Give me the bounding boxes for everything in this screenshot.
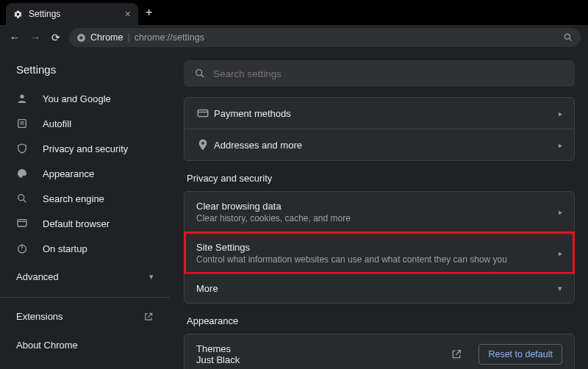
- url-path: chrome://settings: [135, 32, 204, 43]
- row-label: Payment methods: [214, 108, 559, 119]
- row-site-settings[interactable]: Site Settings Control what information w…: [184, 232, 574, 273]
- row-payment-methods[interactable]: Payment methods ▸: [184, 98, 574, 129]
- svg-line-3: [569, 38, 571, 40]
- svg-line-15: [201, 75, 204, 78]
- row-addresses[interactable]: Addresses and more ▸: [184, 129, 574, 160]
- svg-line-9: [24, 200, 26, 203]
- chevron-right-icon: ▸: [559, 110, 562, 118]
- card-icon: [196, 107, 214, 120]
- location-icon: [196, 138, 214, 151]
- open-external-icon[interactable]: [451, 348, 462, 360]
- sidebar-extensions[interactable]: Extensions: [0, 302, 170, 331]
- row-title: More: [196, 283, 558, 294]
- privacy-card: Clear browsing data Clear history, cooki…: [184, 191, 575, 304]
- browser-tab[interactable]: Settings ×: [6, 3, 138, 25]
- sidebar-item-privacy[interactable]: Privacy and security: [0, 136, 170, 161]
- sidebar-item-label: Privacy and security: [43, 143, 128, 154]
- shield-icon: [16, 143, 29, 154]
- person-icon: [16, 93, 29, 104]
- autofill-card: Payment methods ▸ Addresses and more ▸: [184, 97, 575, 161]
- gear-icon: [13, 10, 23, 19]
- divider: [0, 297, 170, 298]
- back-button[interactable]: ←: [7, 32, 22, 43]
- chevron-down-icon: ▾: [558, 284, 562, 293]
- sidebar-item-appearance[interactable]: Appearance: [0, 161, 170, 186]
- sidebar-item-label: Appearance: [43, 168, 94, 179]
- svg-rect-10: [18, 220, 26, 226]
- browser-icon: [16, 218, 29, 229]
- extensions-label: Extensions: [16, 311, 63, 322]
- svg-rect-16: [198, 110, 208, 117]
- page-title: Settings: [0, 60, 170, 86]
- palette-icon: [16, 168, 29, 179]
- sidebar-about[interactable]: About Chrome: [0, 331, 170, 359]
- settings-page: Settings You and Google Autofill Privacy…: [0, 50, 588, 369]
- sidebar-item-label: You and Google: [43, 93, 111, 104]
- advanced-label: Advanced: [16, 271, 59, 282]
- chevron-right-icon: ▸: [559, 208, 562, 216]
- tab-title: Settings: [29, 9, 60, 19]
- settings-search[interactable]: [184, 60, 575, 87]
- sidebar-item-search-engine[interactable]: Search engine: [0, 186, 170, 211]
- sidebar-item-label: Autofill: [43, 118, 71, 129]
- power-icon: [16, 243, 29, 254]
- sidebar-item-label: Default browser: [43, 218, 110, 229]
- sidebar-item-label: Search engine: [43, 193, 104, 204]
- main-content: Payment methods ▸ Addresses and more ▸ P…: [171, 50, 588, 369]
- address-bar[interactable]: Chrome | chrome://settings: [69, 28, 581, 47]
- row-more[interactable]: More ▾: [184, 273, 574, 303]
- toolbar: ← → ⟳ Chrome | chrome://settings: [0, 25, 588, 50]
- svg-point-1: [79, 36, 82, 39]
- chevron-down-icon: ▾: [149, 272, 154, 282]
- svg-point-2: [564, 34, 570, 39]
- url-scheme: Chrome: [90, 32, 123, 43]
- section-heading-privacy: Privacy and security: [187, 173, 572, 184]
- sidebar-item-default-browser[interactable]: Default browser: [0, 211, 170, 236]
- open-external-icon: [143, 312, 154, 322]
- svg-point-4: [20, 95, 24, 98]
- new-tab-button[interactable]: +: [138, 0, 159, 25]
- tab-strip: Settings × +: [0, 0, 588, 25]
- reload-button[interactable]: ⟳: [49, 32, 63, 43]
- row-title: Clear browsing data: [196, 201, 559, 212]
- sidebar: Settings You and Google Autofill Privacy…: [0, 50, 171, 369]
- section-heading-appearance: Appearance: [187, 315, 572, 326]
- chevron-right-icon: ▸: [559, 249, 562, 257]
- row-label: Addresses and more: [214, 140, 559, 151]
- row-desc: Control what information websites can us…: [196, 254, 559, 265]
- svg-point-14: [196, 70, 202, 76]
- sidebar-item-autofill[interactable]: Autofill: [0, 111, 170, 136]
- close-icon[interactable]: ×: [125, 8, 131, 20]
- search-icon: [16, 193, 29, 204]
- about-label: About Chrome: [16, 340, 78, 351]
- autofill-icon: [16, 118, 29, 129]
- row-title: Themes: [196, 343, 240, 354]
- sidebar-item-on-startup[interactable]: On startup: [0, 236, 170, 261]
- search-icon: [194, 68, 206, 79]
- sidebar-item-you-and-google[interactable]: You and Google: [0, 86, 170, 111]
- row-value: Just Black: [196, 354, 240, 365]
- appearance-card: Themes Just Black Reset to default Show …: [184, 334, 575, 369]
- search-icon[interactable]: [563, 32, 573, 43]
- reset-theme-button[interactable]: Reset to default: [478, 344, 562, 365]
- forward-button[interactable]: →: [28, 32, 43, 43]
- search-input[interactable]: [213, 68, 564, 79]
- row-themes[interactable]: Themes Just Black Reset to default: [184, 334, 574, 369]
- sidebar-advanced[interactable]: Advanced ▾: [0, 261, 170, 293]
- chrome-logo-icon: [76, 33, 86, 43]
- sidebar-item-label: On startup: [43, 243, 87, 254]
- svg-point-8: [18, 195, 24, 201]
- row-desc: Clear history, cookies, cache, and more: [196, 213, 559, 223]
- row-title: Site Settings: [196, 242, 559, 253]
- row-clear-data[interactable]: Clear browsing data Clear history, cooki…: [184, 192, 574, 232]
- url-separator: |: [127, 32, 129, 43]
- chevron-right-icon: ▸: [559, 141, 562, 149]
